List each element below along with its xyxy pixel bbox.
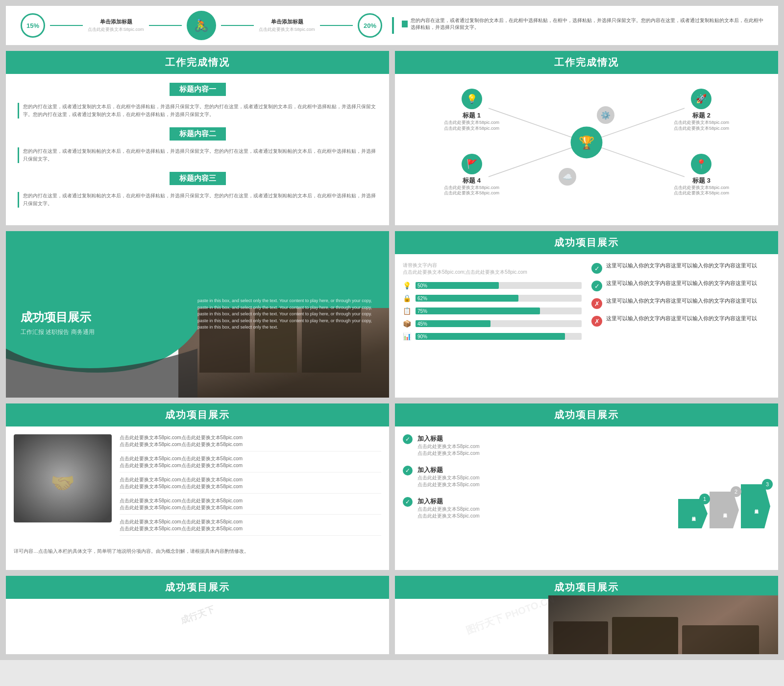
step-num-2: 2 xyxy=(731,486,741,497)
slide6-check-icon-3: ✓ xyxy=(403,497,413,507)
hub-label-1: 标题 1 xyxy=(463,111,481,120)
prog-icon-2: 🔒 xyxy=(403,294,412,302)
slide5-header: 成功项目展示 xyxy=(6,403,389,426)
slide-work-right: 工作完成情况 🏆 💡 标题 1 点击此处要换文本58pic.com点击此处要换文… xyxy=(395,51,778,225)
hub-item-1: 💡 标题 1 点击此处要换文本58pic.com点击此处要换文本58pic.co… xyxy=(444,89,499,131)
step-arrows: 1 加入标题描述 2 加入标题描述 3 加入标题描述 xyxy=(670,426,778,536)
slide6-checklist: ✓ 加入标题 点击此处更换文本S8pic.com点击此处更换文本S8pic.co… xyxy=(395,426,670,536)
progress-item-2: 🔒 62% xyxy=(403,294,582,302)
section3-title: 标题内容三 xyxy=(170,172,226,185)
proj-text-1: 点击此处要换文本58pic.com点击此处要换文本58pic.com点击此处要换… xyxy=(120,434,381,451)
prog-icon-5: 📊 xyxy=(403,332,412,340)
slide-chapter: 第三章 成功项目展示 工作汇报 述职报告 商务通用 xyxy=(6,231,389,398)
slide-project-right-top: 成功项目展示 请替换文字内容点击此处要换文本58pic.com;点击此处要换文本… xyxy=(395,231,778,398)
progress-item-5: 📊 90% xyxy=(403,332,582,340)
slide6-check-1: ✓ 加入标题 点击此处更换文本S8pic.com点击此处更换文本S8pic.co… xyxy=(403,434,662,457)
chapter-body: paste in this box, and select only the t… xyxy=(193,293,384,336)
prog-fill-2 xyxy=(416,295,518,302)
slide-project-bottom-left: 成功项目展示 🤝 点击此处要换文本58pic.com点击此处要换文本58pic.… xyxy=(6,403,389,570)
check-icon-red-1: ✗ xyxy=(591,298,602,309)
progress-item-1: 💡 50% xyxy=(403,282,582,289)
hub-gear-icon: ⚙️ xyxy=(597,106,614,124)
prog-icon-3: 📋 xyxy=(403,307,412,315)
project-caption: 详可内容…点击输入本栏的具体文字，简单明了地说明分项内容。由为概念剖解，请根据具… xyxy=(6,547,389,561)
check-icon-green-1: ✓ xyxy=(591,263,602,274)
prog-icon-4: 📦 xyxy=(403,320,412,328)
slide2-header: 工作完成情况 xyxy=(395,51,778,74)
section3-text: 您的内打在这里，或者通过复制粘帖的文本后，在此框中选择粘贴，并选择只保留文字。您… xyxy=(18,192,377,208)
hub-item-3: 📍 标题 3 点击此处要换文本58pic.com点击此处要换文本58pic.co… xyxy=(674,154,729,196)
infographic-strip: 15% 单击添加标题 点击此处要换文本S8pic.com 🚴 单击添加标题 点击… xyxy=(6,6,778,45)
progress-item-4: 📦 45% xyxy=(403,320,582,328)
hub-center-icon: 🏆 xyxy=(571,127,603,159)
watermark-right: 图行天下 PHOTO.CN xyxy=(464,593,556,638)
proj-text-4: 点击此处要换文本58pic.com点击此处要换文本58pic.com点击此处要换… xyxy=(120,497,381,515)
slide-bottom-right: 成功项目展示 图行天下 PHOTO.CN xyxy=(395,576,778,654)
top-right-content: 您的内容在这里，或者通过复制你的文本后，在此框中选择粘贴，在框中，选择粘贴，并选… xyxy=(392,17,763,34)
hub-label-2: 标题 2 xyxy=(692,111,710,120)
hub-item-2: 🚀 标题 2 点击此处要换文本58pic.com点击此处要换文本58pic.co… xyxy=(674,89,729,131)
watermark-left: 成行天下 xyxy=(179,603,216,626)
project-text-list: 点击此处要换文本58pic.com点击此处要换文本58pic.com点击此处要换… xyxy=(120,434,381,540)
step-num-3: 3 xyxy=(762,479,773,490)
section1-text: 您的内打在这里，或者通过复制的文本后，在此框中选择粘贴，并选择只保留文字。您的内… xyxy=(18,103,377,118)
prog-fill-1 xyxy=(416,282,499,289)
step-3: 3 加入标题描述 xyxy=(741,484,770,528)
prog-icon-1: 💡 xyxy=(403,282,412,289)
slide-project-bottom-right: 成功项目展示 ✓ 加入标题 点击此处更换文本S8pic.com点击此处更换文本S… xyxy=(395,403,778,570)
strip-connector-4 xyxy=(320,25,353,26)
slide6-check-icon-1: ✓ xyxy=(403,434,413,444)
progress-item-3: 📋 75% xyxy=(403,307,582,315)
slide6-check-3: ✓ 加入标题 点击此处更换文本S8pic.com点击此处更换文本S8pic.co… xyxy=(403,497,662,520)
slide7-content: 成行天下 xyxy=(6,599,389,618)
check-item-1: ✓ 这里可以输入你的文字内容这里可以输入你的文字内容这里可以 xyxy=(591,262,770,274)
prog-fill-3 xyxy=(416,308,540,314)
section1-title: 标题内容一 xyxy=(170,83,226,96)
hub-label-3: 标题 3 xyxy=(692,176,710,185)
step-2: 2 加入标题描述 xyxy=(710,492,739,528)
hub-item-4: 🚩 标题 4 点击此处要换文本58pic.com点击此处要换文本58pic.co… xyxy=(444,154,499,196)
check-item-4: ✗ 这里可以输入你的文字内容这里可以输入你的文字内容这里可以 xyxy=(591,315,770,327)
check-icon-green-2: ✓ xyxy=(591,281,602,291)
strip-item-2: 单击添加标题 点击此处要换文本S8pic.com xyxy=(259,18,315,33)
strip-connector-2 xyxy=(149,25,182,26)
prog-fill-5 xyxy=(416,333,565,340)
strip-center-icon: 🚴 xyxy=(187,11,216,40)
hub-cloud-icon: ☁️ xyxy=(559,168,576,186)
slide4-header: 成功项目展示 xyxy=(395,231,778,254)
hub-label-4: 标题 4 xyxy=(463,176,481,185)
slide1-header: 工作完成情况 xyxy=(6,51,389,74)
green-square xyxy=(402,21,408,27)
step-num-1: 1 xyxy=(699,494,710,504)
chapter-title: 成功项目展示 xyxy=(21,309,95,325)
section2-title: 标题内容二 xyxy=(170,127,226,141)
strip-circle-2: 20% xyxy=(358,13,382,38)
section2-text: 您的内打在这里，或者通过复制粘帖的文本后，在此框中选择粘贴，并选择只保留文字。您… xyxy=(18,147,377,163)
strip-connector-3 xyxy=(221,25,254,26)
strip-item-1: 单击添加标题 点击此处要换文本S8pic.com xyxy=(88,18,144,33)
project-photo: 🤝 xyxy=(14,434,112,522)
check-list-section: ✓ 这里可以输入你的文字内容这里可以输入你的文字内容这里可以 ✓ 这里可以输入你… xyxy=(591,262,770,345)
proj-text-2: 点击此处要换文本58pic.com点击此处要换文本58pic.com点击此处要换… xyxy=(120,455,381,473)
strip-circle-1: 15% xyxy=(21,13,45,38)
slide7-header: 成功项目展示 xyxy=(6,576,389,599)
check-item-2: ✓ 这里可以输入你的文字内容这里可以输入你的文字内容这里可以 xyxy=(591,280,770,291)
chapter-subtitle: 工作汇报 述职报告 商务通用 xyxy=(21,328,95,336)
slide6-content: ✓ 加入标题 点击此处更换文本S8pic.com点击此处更换文本S8pic.co… xyxy=(395,426,778,536)
content-block-1: 标题内容一 您的内打在这里，或者通过复制的文本后，在此框中选择粘贴，并选择只保留… xyxy=(18,83,377,118)
step-label-2: 加入标题描述 xyxy=(710,492,739,528)
content-block-3: 标题内容三 您的内打在这里，或者通过复制粘帖的文本后，在此框中选择粘贴，并选择只… xyxy=(18,172,377,208)
check-item-3: ✗ 这里可以输入你的文字内容这里可以输入你的文字内容这里可以 xyxy=(591,297,770,309)
step-label-3: 加入标题描述 xyxy=(741,484,770,528)
slide-work-left: 工作完成情况 标题内容一 您的内打在这里，或者通过复制的文本后，在此框中选择粘贴… xyxy=(6,51,389,225)
slide6-header: 成功项目展示 xyxy=(395,403,778,426)
check-icon-red-2: ✗ xyxy=(591,316,602,327)
proj-text-3: 点击此处要换文本58pic.com点击此处要换文本58pic.com点击此处要换… xyxy=(120,476,381,494)
strip-connector-1 xyxy=(50,25,83,26)
content-block-2: 标题内容二 您的内打在这里，或者通过复制粘帖的文本后，在此框中选择粘贴，并选择只… xyxy=(18,127,377,163)
slide-bottom-left: 成功项目展示 成行天下 xyxy=(6,576,389,654)
step-1: 1 加入标题描述 xyxy=(678,499,708,528)
progress-label: 请替换文字内容点击此处要换文本58pic.com;点击此处要换文本58pic.c… xyxy=(403,262,582,276)
progress-bars-section: 请替换文字内容点击此处要换文本58pic.com;点击此处要换文本58pic.c… xyxy=(403,262,582,345)
slide8-photo xyxy=(548,595,778,654)
